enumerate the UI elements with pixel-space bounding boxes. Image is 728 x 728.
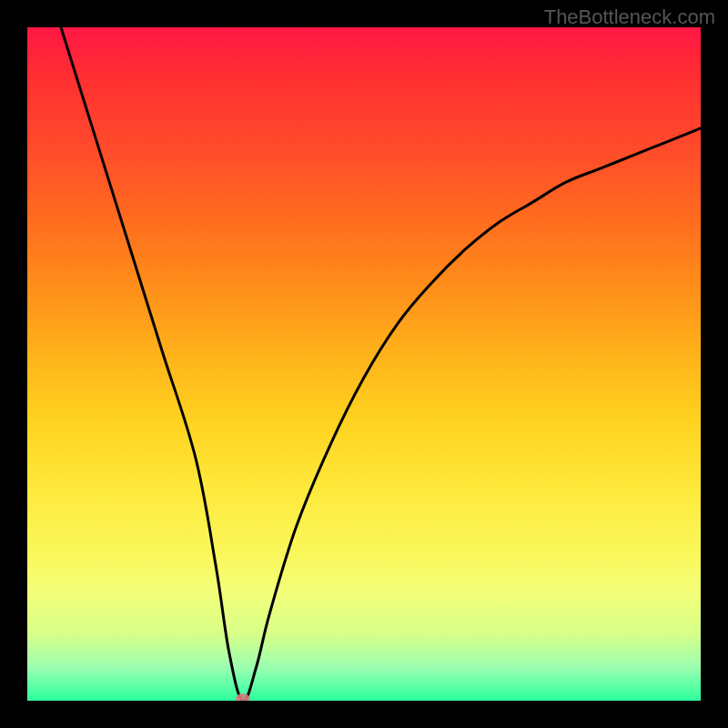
gradient-background [27,27,701,701]
watermark-text: TheBottleneck.com [544,5,715,29]
chart-frame: TheBottleneck.com [0,0,728,728]
